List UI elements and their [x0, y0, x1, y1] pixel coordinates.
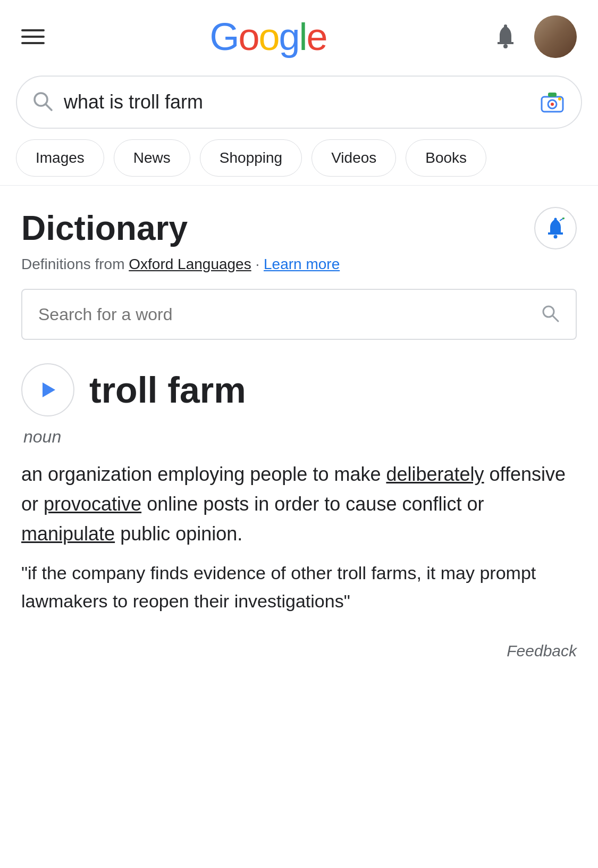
user-avatar[interactable] — [534, 15, 577, 58]
tab-videos[interactable]: Videos — [311, 139, 396, 177]
svg-point-6 — [551, 103, 554, 106]
notification-bell-icon[interactable] — [492, 23, 519, 51]
svg-point-8 — [558, 97, 561, 101]
svg-point-1 — [504, 24, 507, 28]
logo-letter-e: e — [307, 15, 327, 59]
search-icon — [32, 90, 53, 114]
learn-more-link[interactable]: Learn more — [264, 256, 340, 272]
hamburger-menu[interactable] — [21, 29, 45, 44]
def-link-provocative[interactable]: provocative — [44, 493, 141, 515]
svg-line-14 — [553, 316, 558, 321]
search-input[interactable]: what is troll farm — [64, 91, 528, 113]
set-alert-button[interactable] — [534, 207, 577, 249]
dictionary-header: Dictionary — [21, 207, 577, 249]
header: G o o g l e — [0, 0, 598, 69]
search-container: what is troll farm — [0, 69, 598, 139]
search-bar[interactable]: what is troll farm — [16, 76, 582, 129]
word-search-bar[interactable] — [21, 289, 577, 340]
logo-letter-l: l — [299, 15, 307, 59]
logo-letter-g2: g — [279, 15, 299, 59]
word-example: "if the company finds evidence of other … — [21, 559, 577, 615]
tab-images[interactable]: Images — [16, 139, 104, 177]
dictionary-title: Dictionary — [21, 208, 188, 248]
filter-tabs: Images News Shopping Videos Books — [0, 139, 598, 186]
header-actions — [492, 15, 577, 58]
svg-line-11 — [560, 219, 563, 221]
word-search-icon[interactable] — [541, 304, 560, 325]
google-logo: G o o g l e — [209, 15, 326, 59]
def-link-deliberately[interactable]: deliberately — [386, 463, 484, 485]
word-title: troll farm — [89, 369, 246, 411]
word-entry: troll farm noun an organization employin… — [21, 363, 577, 626]
audio-play-button[interactable] — [21, 363, 74, 416]
svg-line-3 — [46, 104, 52, 110]
camera-search-icon[interactable] — [538, 88, 566, 116]
word-definition: an organization employing people to make… — [21, 460, 577, 548]
svg-marker-15 — [43, 382, 55, 397]
svg-point-9 — [554, 235, 558, 239]
dictionary-source: Definitions from Oxford Languages · Lear… — [21, 256, 577, 273]
word-part-of-speech: noun — [21, 427, 577, 447]
logo-letter-o1: o — [238, 15, 258, 59]
svg-point-10 — [554, 218, 557, 221]
logo-letter-g1: G — [209, 15, 238, 59]
feedback-link[interactable]: Feedback — [0, 626, 598, 681]
word-search-input[interactable] — [38, 305, 541, 324]
word-header: troll farm — [21, 363, 577, 416]
tab-news[interactable]: News — [114, 139, 190, 177]
logo-letter-o2: o — [258, 15, 279, 59]
svg-rect-7 — [548, 93, 557, 97]
def-link-manipulate[interactable]: manipulate — [21, 523, 115, 545]
tab-books[interactable]: Books — [406, 139, 486, 177]
dictionary-section: Dictionary Definitions from Oxford Langu… — [0, 186, 598, 626]
tab-shopping[interactable]: Shopping — [200, 139, 302, 177]
oxford-languages-link[interactable]: Oxford Languages — [129, 256, 251, 272]
svg-point-0 — [503, 44, 508, 48]
